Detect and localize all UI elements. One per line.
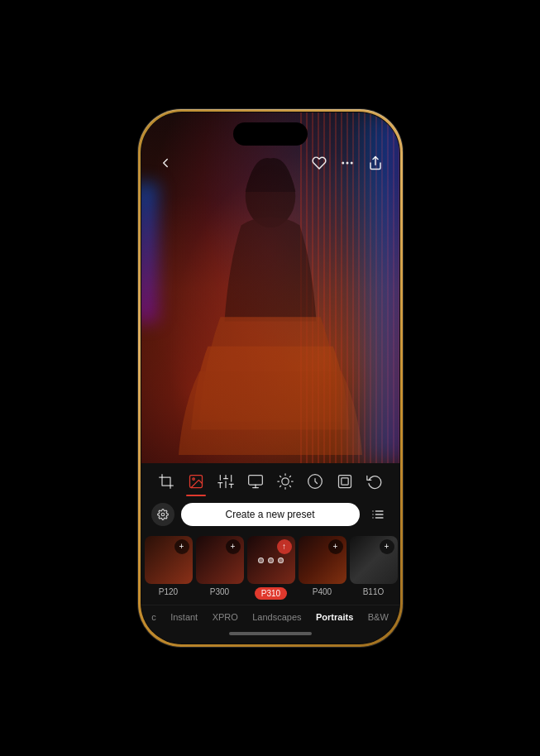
tab-portraits[interactable]: Portraits (313, 610, 356, 624)
preset-thumb-p120[interactable]: + (145, 536, 193, 584)
tab-instant[interactable]: Instant (167, 610, 201, 624)
preset-thumb-p400[interactable]: + (299, 536, 346, 584)
preset-add-p310[interactable]: ↑ (277, 539, 292, 554)
home-bar (229, 632, 312, 635)
tab-xpro[interactable]: XPRO (209, 610, 241, 624)
toolbar-filter[interactable] (241, 470, 270, 493)
edit-toolbar (141, 463, 399, 496)
tab-bw[interactable]: B&W (365, 610, 392, 624)
preset-label-b110: B11O (363, 587, 385, 596)
preset-item-p120[interactable]: + P120 (145, 536, 193, 600)
home-indicator-area (141, 627, 399, 644)
svg-point-31 (161, 513, 165, 516)
svg-point-0 (342, 162, 344, 165)
preset-thumb-b110[interactable]: + (350, 536, 398, 584)
preset-label-p400: P400 (313, 587, 332, 596)
tab-classic[interactable]: c (148, 610, 160, 624)
preset-thumbnails-row: + P120 + P300 (141, 533, 399, 605)
phone-frame: Create a new preset (138, 109, 403, 647)
svg-line-23 (289, 486, 290, 486)
preset-label-p120: P120 (159, 587, 178, 596)
toolbar-presets[interactable] (181, 470, 211, 493)
more-button[interactable] (340, 156, 355, 175)
toolbar-history[interactable] (360, 470, 389, 493)
preset-thumb-p300[interactable]: + (196, 536, 244, 584)
preset-add-p120[interactable]: + (174, 539, 189, 554)
toolbar-icons-row (145, 470, 396, 493)
svg-rect-29 (338, 476, 351, 488)
svg-line-26 (280, 486, 280, 486)
preset-item-p400[interactable]: + P400 (299, 536, 346, 600)
presets-bar: Create a new preset (141, 496, 399, 533)
list-view-button[interactable] (366, 503, 389, 526)
share-button[interactable] (368, 156, 383, 175)
dot-1 (258, 557, 264, 563)
toolbar-crop[interactable] (151, 470, 181, 493)
heart-button[interactable] (312, 156, 327, 175)
preset-item-p300[interactable]: + P300 (196, 536, 244, 600)
svg-rect-30 (341, 478, 347, 485)
category-tabs: c Instant XPRO Landscapes Portraits B&W (141, 605, 399, 627)
preset-thumb-p310[interactable]: ↑ (247, 536, 295, 584)
preset-label-p310: P310 (255, 587, 287, 600)
phone-inner: Create a new preset (141, 112, 400, 644)
svg-line-27 (289, 476, 290, 477)
preset-item-p310[interactable]: ↑ P310 (247, 536, 295, 600)
tab-landscapes[interactable]: Landscapes (249, 610, 304, 624)
top-bar-actions (312, 156, 383, 175)
toolbar-retouch[interactable] (300, 470, 330, 493)
dot-3 (278, 557, 284, 563)
preset-add-p300[interactable]: + (226, 539, 241, 554)
svg-rect-16 (248, 476, 262, 486)
back-button[interactable] (158, 156, 173, 175)
dot-2 (268, 557, 274, 563)
preset-item-b110[interactable]: + B11O (350, 536, 398, 600)
toolbar-effects[interactable] (270, 470, 300, 493)
preset-add-p400[interactable]: + (328, 539, 343, 554)
dynamic-island (233, 122, 308, 146)
toolbar-frame[interactable] (330, 470, 360, 493)
presets-settings-button[interactable] (151, 503, 174, 526)
create-preset-button[interactable]: Create a new preset (181, 503, 360, 526)
svg-point-2 (350, 162, 352, 165)
preset-label-p300: P300 (210, 587, 229, 596)
screen: Create a new preset (141, 112, 399, 644)
svg-point-19 (281, 478, 288, 485)
svg-line-22 (280, 476, 280, 477)
loading-dots (258, 557, 284, 563)
toolbar-adjust[interactable] (211, 470, 241, 493)
svg-point-6 (192, 478, 194, 481)
svg-point-1 (346, 162, 348, 165)
preset-add-b110[interactable]: + (380, 539, 394, 554)
